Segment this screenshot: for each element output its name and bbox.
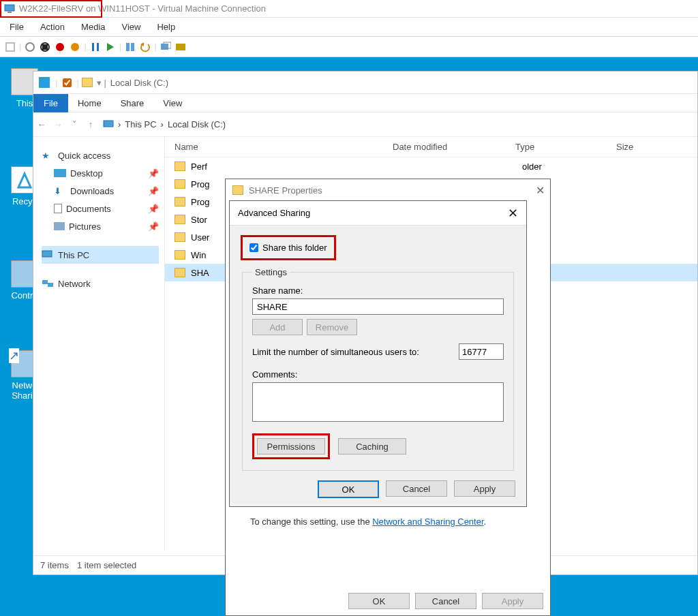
nav-recent-icon[interactable]: ˅: [66, 119, 82, 129]
shutdown-icon[interactable]: [54, 41, 66, 53]
menu-view[interactable]: View: [122, 22, 141, 32]
advshare-cancel-button[interactable]: Cancel: [386, 480, 447, 497]
revert-icon[interactable]: [139, 41, 151, 53]
menu-help[interactable]: Help: [157, 22, 175, 32]
breadcrumb[interactable]: › This PC › Local Disk (C:): [103, 119, 226, 129]
network-sharing-center-link[interactable]: Network and Sharing Center: [372, 517, 483, 527]
properties-title-bar: SHARE Properties ✕: [226, 179, 550, 201]
settings-legend: Settings: [252, 267, 290, 277]
share-name-input[interactable]: [252, 298, 504, 315]
svg-rect-16: [176, 44, 185, 50]
turnoff-icon[interactable]: [39, 41, 51, 53]
desktop-icon: [54, 169, 66, 177]
pause-icon[interactable]: [89, 41, 102, 53]
close-icon[interactable]: ✕: [536, 184, 545, 197]
svg-rect-20: [48, 283, 53, 287]
ribbon-tab-view[interactable]: View: [153, 94, 192, 112]
nav-quick-access[interactable]: ★ Quick access: [42, 147, 159, 164]
folder-icon: [174, 268, 185, 277]
folder-icon: [232, 185, 243, 195]
comments-input[interactable]: [252, 382, 504, 422]
close-icon[interactable]: ✕: [508, 206, 518, 221]
share-icon[interactable]: [174, 41, 187, 53]
ribbon-tab-home[interactable]: Home: [68, 94, 111, 112]
props-change-text: To change this setting, use the: [250, 517, 372, 527]
nav-desktop[interactable]: Desktop 📌: [42, 164, 159, 182]
svg-rect-11: [126, 43, 130, 51]
menu-action[interactable]: Action: [40, 22, 65, 32]
limit-users-label: Limit the number of simultaneous users t…: [252, 347, 419, 357]
start-icon[interactable]: [24, 41, 36, 53]
star-icon: ★: [42, 151, 54, 160]
pin-icon: 📌: [148, 204, 159, 214]
nav-back-icon[interactable]: ←: [33, 119, 50, 129]
svg-point-6: [56, 43, 64, 51]
ribbon-tab-file[interactable]: File: [33, 94, 68, 112]
enhanced-session-icon[interactable]: [160, 41, 172, 53]
advshare-title-bar: Advanced Sharing ✕: [230, 201, 526, 226]
advshare-ok-button[interactable]: OK: [318, 480, 379, 498]
limit-users-spinner[interactable]: [459, 343, 504, 360]
explorer-title-text: Local Disk (C:): [110, 78, 168, 88]
advshare-title: Advanced Sharing: [238, 208, 310, 218]
advshare-apply-button[interactable]: Apply: [454, 480, 515, 497]
share-name-label: Share name:: [252, 286, 504, 296]
advanced-sharing-dialog: Advanced Sharing ✕ Share this folder Set…: [229, 200, 527, 507]
properties-footer: OK Cancel Apply: [226, 589, 550, 613]
network-icon: [42, 279, 54, 288]
svg-marker-10: [107, 43, 114, 51]
props-cancel-button[interactable]: Cancel: [415, 593, 476, 609]
checkpoint-icon[interactable]: [124, 41, 136, 53]
menu-file[interactable]: File: [10, 22, 24, 32]
nav-up-icon[interactable]: ↑: [82, 119, 99, 129]
play-icon[interactable]: [104, 41, 117, 53]
status-item-count: 7 items: [40, 560, 69, 570]
add-button[interactable]: Add: [252, 319, 303, 335]
caching-button[interactable]: Caching: [338, 438, 406, 455]
col-date[interactable]: Date modified: [383, 142, 506, 152]
nav-downloads[interactable]: ⬇ Downloads 📌: [42, 182, 159, 200]
breadcrumb-thispc[interactable]: This PC: [125, 119, 156, 129]
folder-icon: [174, 161, 185, 171]
nav-network[interactable]: Network: [42, 275, 159, 292]
props-ok-button[interactable]: OK: [348, 593, 410, 609]
breadcrumb-drive[interactable]: Local Disk (C:): [168, 119, 226, 129]
col-name[interactable]: Name: [165, 142, 383, 152]
nav-pictures[interactable]: Pictures 📌: [42, 217, 159, 235]
status-selected: 1 item selected: [77, 560, 136, 570]
address-bar: ← → ˅ ↑ › This PC › Local Disk (C:): [33, 112, 697, 137]
download-icon: ⬇: [54, 186, 66, 196]
svg-rect-14: [161, 44, 168, 50]
col-size[interactable]: Size: [607, 142, 675, 152]
remove-button[interactable]: Remove: [307, 319, 357, 335]
file-name: Perf: [191, 161, 522, 172]
pin-icon: 📌: [148, 186, 159, 196]
qat-properties-checkbox[interactable]: [63, 78, 72, 87]
ribbon-tab-share[interactable]: Share: [111, 94, 154, 112]
file-type: older: [522, 161, 542, 172]
nav-thispc[interactable]: This PC: [42, 246, 159, 264]
settings-group: Settings Share name: Add Remove Limit th…: [242, 267, 514, 471]
computer-icon: [42, 250, 54, 260]
props-apply-button[interactable]: Apply: [482, 593, 543, 609]
permissions-button[interactable]: Permissions: [257, 438, 325, 455]
file-row[interactable]: Perfolder: [165, 157, 697, 175]
col-type[interactable]: Type: [506, 142, 607, 152]
ctrl-alt-del-icon[interactable]: [4, 41, 16, 53]
highlight-box-share-folder: Share this folder: [241, 235, 336, 260]
nav-downloads-label: Downloads: [70, 186, 114, 196]
share-this-folder-checkbox-row: Share this folder: [247, 241, 327, 254]
svg-rect-5: [42, 44, 48, 50]
explorer-app-icon: [39, 77, 50, 88]
nav-forward-icon[interactable]: →: [50, 119, 66, 129]
folder-icon: [174, 179, 185, 189]
reset-icon[interactable]: [69, 41, 81, 53]
svg-rect-17: [104, 121, 113, 127]
svg-rect-12: [131, 43, 134, 51]
pin-icon: 📌: [148, 221, 159, 232]
share-this-folder-checkbox[interactable]: [249, 243, 258, 252]
nav-documents[interactable]: Documents 📌: [42, 200, 159, 217]
menu-media[interactable]: Media: [81, 22, 105, 32]
svg-rect-1: [7, 12, 12, 13]
nav-thispc-label: This PC: [58, 250, 89, 260]
